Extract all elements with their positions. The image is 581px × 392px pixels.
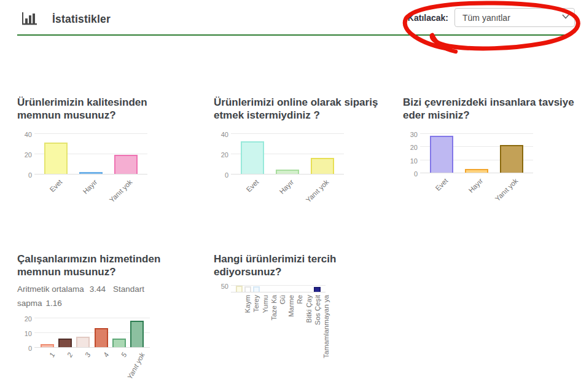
chart-block-online-order: Ürünlerimizi online olarak sipariş etmek… — [214, 96, 401, 174]
bar — [253, 286, 260, 292]
axis-baseline — [231, 292, 326, 292]
mean-label: Aritmetik ortalama — [17, 284, 84, 294]
statistics-page: İstatistikler Katılacak: Tüm yanıtlar Ür… — [0, 0, 581, 392]
bar — [79, 172, 103, 174]
y-tick-label: 20 — [210, 151, 228, 159]
page-title: İstatistikler — [52, 13, 111, 26]
bar — [44, 143, 68, 174]
chart-title: Bizi çevrenizdeki insanlara tavsiye eder… — [403, 96, 581, 123]
chart-block-staff-service: Çalışanlarımızın hizmetinden memnun musu… — [17, 253, 205, 348]
bar — [465, 169, 488, 173]
response-filter: Katılacak: Tüm yanıtlar — [408, 8, 575, 27]
filter-select[interactable]: Tüm yanıtlar — [454, 8, 575, 27]
bar — [314, 287, 321, 292]
chart-title: Ürünlerimizi online olarak sipariş etmek… — [214, 96, 398, 123]
y-tick-label: 10 — [399, 157, 418, 165]
y-tick-label: 50 — [210, 283, 228, 290]
mean-value: 3.44 — [90, 284, 106, 294]
bar-chart: 0102030EvetHayırYanıt yok — [424, 134, 529, 173]
filter-label: Katılacak: — [408, 13, 448, 23]
bar — [130, 321, 144, 347]
x-tick-label: Kaym — [244, 295, 251, 375]
filter-select-wrap: Tüm yanıtlar — [454, 8, 575, 27]
y-tick-label: 20 — [14, 315, 32, 323]
y-tick-label: 10 — [14, 330, 32, 337]
sd-value: 1.16 — [46, 299, 62, 308]
bar — [112, 339, 126, 347]
y-tick-label: 0 — [210, 171, 228, 179]
axis-baseline — [231, 174, 344, 174]
y-tick-label: 20 — [14, 151, 32, 159]
gridline — [420, 133, 533, 134]
x-tick-label: Bitki Çay — [305, 295, 313, 375]
chart-title: Ürünlerimizin kalitesinden memnun musunu… — [17, 96, 171, 123]
chart-title: Hangi ürünlerimizi tercih ediyorsunuz? — [214, 253, 367, 280]
chart-block-recommend: Bizi çevrenizdeki insanlara tavsiye eder… — [403, 96, 581, 173]
x-tick-label: Gü — [279, 295, 286, 375]
axis-baseline — [34, 174, 147, 174]
chart-stats: Aritmetik ortalama3.44Standart sapma1.16 — [17, 283, 187, 311]
bar — [114, 155, 138, 174]
gridline — [231, 133, 344, 134]
bar — [58, 339, 72, 347]
bar — [241, 141, 264, 174]
bar — [311, 158, 334, 174]
axis-baseline — [420, 173, 533, 173]
y-tick-label: 0 — [14, 345, 32, 352]
x-tick-label: Re — [296, 295, 303, 375]
bar-chart: 50KaymTereyYumuTaze KaGüMarmeReBitki Çay… — [235, 284, 322, 292]
x-tick-label: Tamamlanmayan ya — [322, 295, 330, 375]
chart-title: Çalışanlarımızın hizmetinden memnun musu… — [17, 253, 177, 280]
bar-chart: 02040EvetHayırYanıt yok — [38, 134, 144, 174]
y-tick-label: 20 — [399, 144, 418, 151]
bar — [244, 286, 251, 292]
bar — [41, 344, 54, 347]
x-tick-label: Sos Çeşit — [314, 295, 321, 375]
bar — [76, 337, 90, 347]
gridline — [34, 318, 150, 318]
bar — [95, 328, 108, 347]
header-divider — [17, 34, 569, 36]
y-tick-label: 0 — [399, 170, 418, 178]
bar-chart: 02040EvetHayırYanıt yok — [235, 134, 340, 174]
gridline — [34, 133, 147, 134]
bar-chart-icon — [21, 11, 38, 27]
y-tick-label: 40 — [14, 131, 32, 138]
bar — [236, 286, 243, 292]
y-tick-label: 30 — [399, 131, 418, 138]
x-tick-label: Taze Ka — [270, 295, 278, 375]
chart-block-preferred-products: Hangi ürünlerimizi tercih ediyorsunuz? 5… — [214, 253, 401, 292]
bar-chart: 0102012345Yanıt yok — [38, 318, 146, 348]
bar — [500, 145, 523, 173]
x-tick-label: Marme — [287, 295, 295, 375]
bar — [276, 170, 299, 174]
y-tick-label: 40 — [210, 131, 228, 138]
y-tick-label: 0 — [14, 171, 32, 179]
bar — [430, 136, 453, 173]
x-tick-label: Terey — [252, 295, 260, 375]
chart-block-quality: Ürünlerimizin kalitesinden memnun musunu… — [17, 96, 205, 174]
axis-baseline — [34, 347, 150, 348]
x-tick-label: Yumu — [262, 295, 269, 375]
